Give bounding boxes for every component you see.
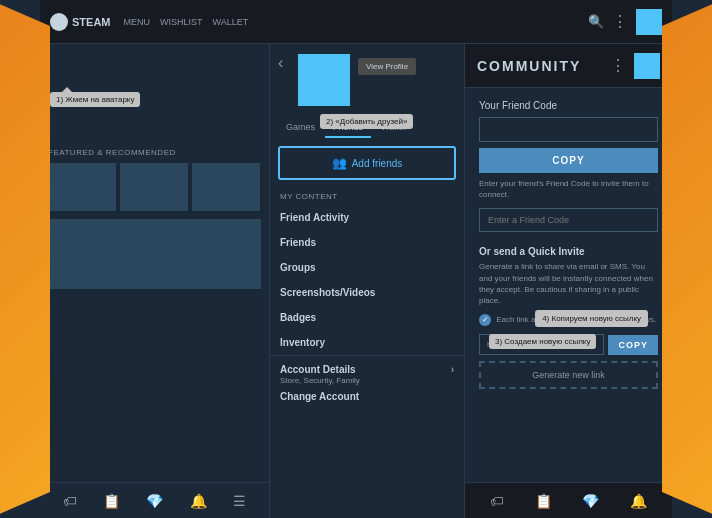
steam-header: STEAM MENU WISHLIST WALLET 🔍 ⋮	[40, 0, 672, 44]
quick-invite-desc: Generate a link to share via email or SM…	[479, 261, 658, 306]
community-title: COMMUNITY	[477, 58, 610, 74]
invite-hint: Enter your friend's Friend Code to invit…	[479, 178, 658, 200]
left-panel-header	[40, 44, 269, 80]
account-sub-label: Store, Security, Family	[280, 376, 454, 385]
game-thumb-2	[120, 163, 188, 211]
friend-code-label: Your Friend Code	[479, 100, 658, 111]
middle-panel: ‹ View Profile 2) «Добавить друзей» Game…	[270, 44, 465, 518]
header-avatar[interactable]	[636, 9, 662, 35]
featured-label: FEATURED & RECOMMENDED	[48, 148, 261, 157]
copy-link-button[interactable]: COPY	[608, 335, 658, 355]
back-button[interactable]: ‹	[278, 54, 283, 72]
add-friends-button[interactable]: 👥 Add friends	[278, 146, 456, 180]
main-container: STEAM MENU WISHLIST WALLET 🔍 ⋮ 1) Жмем н…	[40, 0, 672, 518]
quick-invite-section: Or send a Quick Invite Generate a link t…	[465, 240, 672, 395]
game-thumb-3	[192, 163, 260, 211]
header-icons: 🔍 ⋮	[588, 9, 662, 35]
friend-code-section: Your Friend Code COPY Enter your friend'…	[465, 88, 672, 240]
note-box: ✓ Each link automatically expires after …	[479, 314, 658, 326]
annotation-step2: 2) «Добавить друзей»	[320, 114, 413, 129]
annotation-step1: 1) Жмем на аватарку	[50, 92, 140, 107]
bottom-icon-menu[interactable]: ☰	[233, 493, 246, 509]
right-bottom-icon-gem[interactable]: 💎	[582, 493, 599, 509]
annotation-step3: 3) Создаем новую ссылку	[489, 334, 596, 349]
nav-friend-activity[interactable]: Friend Activity	[280, 205, 454, 230]
generate-section: Generate new link 3) Создаем новую ссылк…	[479, 361, 658, 389]
account-section: Account Details › Store, Security, Famil…	[270, 355, 464, 416]
friend-code-input[interactable]	[479, 117, 658, 142]
nav-wishlist[interactable]: WISHLIST	[155, 17, 208, 27]
change-account-item[interactable]: Change Account	[280, 385, 454, 408]
left-panel: 1) Жмем на аватарку FEATURED & RECOMMEND…	[40, 44, 270, 518]
steam-label: STEAM	[72, 16, 111, 28]
nav-menu[interactable]: MENU	[119, 17, 156, 27]
generate-link-button[interactable]: Generate new link	[479, 361, 658, 389]
copy-friend-code-button[interactable]: COPY	[479, 148, 658, 173]
game-thumb-tall	[48, 219, 261, 289]
left-panel-bottom: 🏷 📋 💎 🔔 ☰	[40, 482, 269, 518]
add-friends-label: Add friends	[352, 158, 403, 169]
nav-list: Friend Activity Friends Groups Screensho…	[270, 205, 464, 355]
bottom-icon-list[interactable]: 📋	[103, 493, 120, 509]
right-panel: COMMUNITY ⋮ Your Friend Code COPY Enter …	[465, 44, 672, 518]
steam-nav: MENU WISHLIST WALLET	[119, 17, 254, 27]
menu-icon[interactable]: ⋮	[612, 12, 628, 31]
nav-friends[interactable]: Friends	[280, 230, 454, 255]
featured-games	[48, 163, 261, 289]
community-avatar[interactable]	[634, 53, 660, 79]
enter-friend-code-input[interactable]	[479, 208, 658, 232]
nav-groups[interactable]: Groups	[280, 255, 454, 280]
quick-invite-label: Or send a Quick Invite	[479, 246, 658, 257]
account-details-item[interactable]: Account Details ›	[280, 364, 454, 375]
right-panel-bottom: 🏷 📋 💎 🔔	[465, 482, 672, 518]
check-icon: ✓	[479, 314, 491, 326]
account-arrow-icon: ›	[451, 364, 454, 375]
nav-wallet[interactable]: WALLET	[208, 17, 254, 27]
my-content-label: MY CONTENT	[270, 188, 464, 205]
content-row: 1) Жмем на аватарку FEATURED & RECOMMEND…	[40, 44, 672, 518]
right-bottom-icon-list[interactable]: 📋	[535, 493, 552, 509]
nav-badges[interactable]: Badges	[280, 305, 454, 330]
view-profile-button[interactable]: View Profile	[358, 58, 416, 75]
tab-games[interactable]: Games	[278, 118, 323, 138]
featured-section: FEATURED & RECOMMENDED	[40, 140, 269, 297]
gift-left	[0, 0, 50, 518]
gift-right	[662, 0, 712, 518]
bottom-icon-gem[interactable]: 💎	[146, 493, 163, 509]
steam-logo: STEAM	[50, 13, 111, 31]
profile-top: View Profile	[270, 44, 464, 114]
nav-screenshots[interactable]: Screenshots/Videos	[280, 280, 454, 305]
bottom-icon-tag[interactable]: 🏷	[63, 493, 77, 509]
community-header: COMMUNITY ⋮	[465, 44, 672, 88]
annotation-step4: 4) Копируем новую ссылку	[535, 310, 648, 327]
steam-icon	[50, 13, 68, 31]
game-thumb-1	[48, 163, 116, 211]
bottom-icon-bell[interactable]: 🔔	[190, 493, 207, 509]
nav-inventory[interactable]: Inventory	[280, 330, 454, 355]
right-bottom-icon-tag[interactable]: 🏷	[490, 493, 504, 509]
search-icon[interactable]: 🔍	[588, 14, 604, 29]
add-friends-icon: 👥	[332, 156, 347, 170]
community-menu-icon[interactable]: ⋮	[610, 56, 626, 75]
profile-avatar[interactable]	[298, 54, 350, 106]
right-bottom-icon-bell[interactable]: 🔔	[630, 493, 647, 509]
